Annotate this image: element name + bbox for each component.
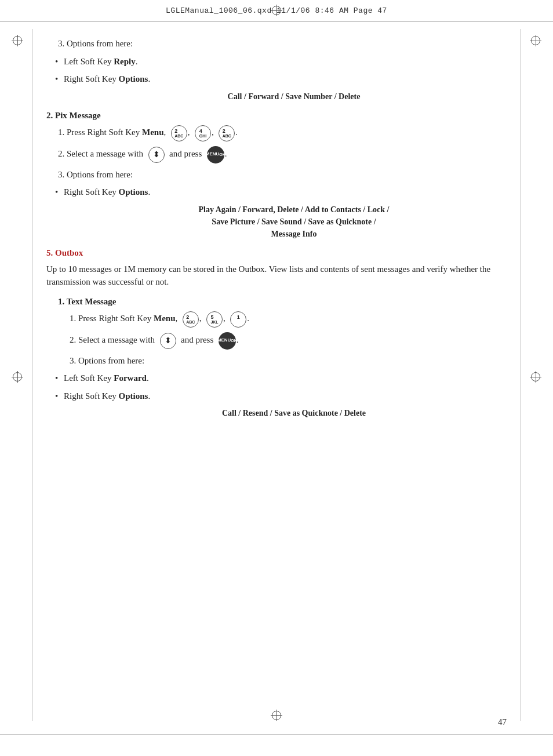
crosshair-left-mid (12, 371, 23, 383)
pix-message-header: 2. Pix Message (46, 111, 507, 121)
bullet-pix-options: Right Soft Key Options. (64, 186, 507, 199)
nav-key-2: ⬍ (160, 333, 176, 349)
nav-key-1: ⬍ (148, 147, 165, 163)
centered-call-resend: Call / Resend / Save as Quicknote / Dele… (81, 407, 507, 419)
pix-step-3: 3. Options from here: (58, 168, 507, 181)
key-2abc-2: 2 ABC (219, 125, 235, 141)
centered-play-again: Play Again / Forward, Delete / Add to Co… (81, 203, 507, 240)
key-4ghi: 4 GHI (195, 125, 211, 141)
right-border-line (521, 29, 521, 721)
key-2abc-out: 2 ABC (183, 311, 199, 328)
outbox-section-header: 5. Outbox (46, 248, 507, 258)
menu-key-1: MENU OK (207, 146, 224, 163)
pix-step-1-text: 1. Press Right Soft Key Menu, 2 ABC , 4 … (58, 128, 238, 137)
bullet-options-out-text: Right Soft Key Options. (64, 391, 150, 401)
crosshair-right-mid (530, 371, 541, 383)
text-step-1-text: 1. Press Right Soft Key Menu, 2 ABC , 5 … (70, 314, 249, 323)
bullet-forward-text: Left Soft Key Forward. (64, 373, 149, 383)
bullet-reply: Left Soft Key Reply. (64, 55, 507, 68)
text-step-3: 3. Options from here: (70, 354, 507, 368)
bullet-pix-options-text: Right Soft Key Options. (64, 187, 150, 197)
bullet-reply-text: Left Soft Key Reply. (64, 57, 137, 66)
crosshair-top-center (271, 5, 282, 16)
pix-step-2: 2. Select a message with ⬍ and press MEN… (58, 146, 507, 163)
text-step-3-text: 3. Options from here: (70, 356, 144, 365)
crosshair-bottom-center (271, 710, 282, 721)
bullet-options-1: Right Soft Key Options. (64, 72, 507, 86)
options-intro-text: 3. Options from here: (58, 39, 133, 48)
crosshair-left-top (12, 35, 23, 46)
outbox-description: Up to 10 messages or 1M memory can be st… (46, 263, 507, 289)
text-step-2: 2. Select a message with ⬍ and press MEN… (70, 332, 507, 350)
pix-step-3-text: 3. Options from here: (58, 170, 133, 179)
text-step-1: 1. Press Right Soft Key Menu, 2 ABC , 5 … (70, 311, 507, 328)
main-content: 3. Options from here: Left Soft Key Repl… (46, 29, 507, 721)
crosshair-right-top (530, 35, 541, 46)
page-container: LGLEManual_1006_06.qxd 11/1/06 8:46 AM P… (0, 0, 553, 756)
key-2abc-1: 2 ABC (171, 125, 187, 141)
text-message-header: 1. Text Message (58, 297, 507, 307)
left-border-line (32, 29, 32, 721)
text-step-2-text: 2. Select a message with ⬍ and press MEN… (70, 335, 239, 344)
bullet-options-1-text: Right Soft Key Options. (64, 74, 150, 83)
centered-call-resend-text: Call / Resend / Save as Quicknote / Dele… (222, 409, 366, 417)
centered-play-again-text: Play Again / Forward, Delete / Add to Co… (199, 205, 390, 238)
menu-key-2: MENU OK (219, 332, 236, 350)
pix-step-1: 1. Press Right Soft Key Menu, 2 ABC , 4 … (58, 125, 507, 141)
bullet-forward: Left Soft Key Forward. (64, 372, 507, 385)
key-5jkl: 5 JKL (206, 311, 223, 328)
bullet-options-out: Right Soft Key Options. (64, 390, 507, 403)
key-1: 1 (230, 311, 246, 328)
options-intro: 3. Options from here: (58, 37, 507, 50)
centered-call-forward: Call / Forward / Save Number / Delete (81, 90, 507, 103)
page-number: 47 (498, 717, 507, 727)
footer-bar (0, 734, 553, 756)
pix-step-2-text: 2. Select a message with ⬍ and press MEN… (58, 149, 227, 158)
centered-call-forward-text: Call / Forward / Save Number / Delete (228, 92, 361, 101)
